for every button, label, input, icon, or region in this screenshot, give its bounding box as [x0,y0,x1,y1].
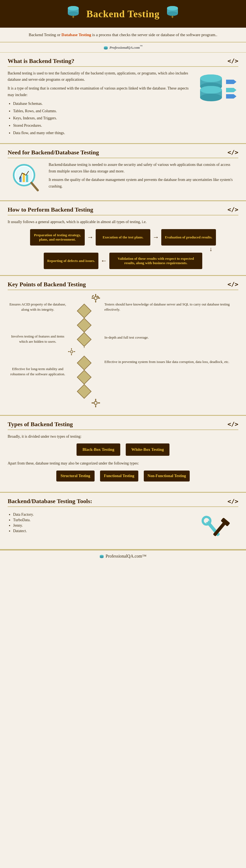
diamond-1 [77,304,92,318]
list-item: Keys, Indexes, and Triggers. [13,115,189,122]
svg-rect-49 [98,402,100,403]
section-perform-title: How to Perform Backend Testing [8,206,93,213]
code-icon-tools: </> [227,498,238,505]
svg-rect-42 [68,351,70,352]
section-what-header: What is Backend Testing? </> [8,58,238,67]
secondary-types-row: Structural Testing Functional Testing No… [8,470,238,482]
svg-marker-21 [226,80,237,84]
need-content: Backend/database testing is needed to as… [8,161,238,194]
svg-marker-23 [226,94,237,98]
key-left-2: Involves testing of features and items w… [8,334,68,344]
gear-bottom-right [91,398,101,409]
page-title: Backend Testing [86,8,160,20]
subtitle-highlight: Database Testing [62,33,91,37]
magnifier-svg [9,161,42,194]
type-black-box: Black-Box Testing [76,443,120,456]
code-icon-need: </> [227,149,238,156]
section-keypoints-title: Key Points of Backend Testing [8,281,86,288]
svg-rect-28 [26,175,28,182]
brand-name-top: ProfessionalQA.com™ [104,45,143,50]
type-white-box: White-Box Testing [126,443,170,456]
what-body1: Backend testing is used to test the func… [8,70,189,83]
key-right-2: In-depth and full test coverage. [104,335,238,340]
svg-rect-50 [205,520,220,536]
svg-marker-22 [226,88,237,92]
flow-box-4: Validation of these results with respect… [109,253,202,269]
section-what-title: What is Backend Testing? [8,58,74,65]
code-icon-types: </> [227,421,238,428]
subtitle-text-after: is a process that checks the server side… [91,33,218,37]
tool-item-3: Jenny. [13,523,189,528]
svg-point-20 [200,86,222,94]
flow-box-2: Execution of the test plans. [96,229,150,246]
list-item: Stored Procedures. [13,122,189,129]
diamond-5 [77,370,92,384]
keypoints-right: Testers should have knowledge of databas… [101,293,238,365]
tools-svg [197,510,236,543]
key-left-3: Effective for long-term stability and ro… [8,366,68,377]
type-functional: Functional Testing [100,470,138,482]
database-svg [196,73,237,108]
perform-intro: It usually follows a general approach, w… [8,219,238,225]
arrow-right-1: → [85,234,96,241]
svg-point-19 [200,94,222,101]
section-types-title: Types of Backend Testing [8,421,73,428]
svg-point-8 [167,6,178,10]
svg-point-12 [104,48,108,50]
flow-box-5: Reporting of defects and issues. [44,253,98,269]
section-need-title: Need for Backend/Database Testing [8,149,99,156]
section-perform-header: How to Perform Backend Testing </> [8,206,238,215]
list-item: Tables, Rows, and Columns. [13,108,189,115]
tools-list-container: Data Factory. TurboData. Jenny. Datatect… [8,510,189,534]
diamond-chain [68,293,101,409]
database-icon-right: + [165,5,180,23]
code-icon-what: </> [227,58,238,64]
gear-top-right [91,293,101,304]
type-structural: Structural Testing [56,470,95,482]
svg-rect-41 [71,354,72,355]
subtitle-text-before: Backend Testing or [29,33,62,37]
section-keypoints-header: Key Points of Backend Testing </> [8,281,238,290]
code-icon-perform: </> [227,206,238,213]
code-icon-keypoints: </> [227,281,238,288]
svg-rect-40 [71,348,72,350]
svg-point-45 [95,402,97,404]
diamond-2 [77,318,92,333]
types-intro: Broadly, it is divided under two types o… [8,433,238,440]
svg-rect-43 [73,351,75,352]
tool-item-2: TurboData. [13,518,189,522]
svg-rect-36 [92,295,94,297]
flow-chart: Preparation of testing strategy, plans, … [8,229,238,269]
key-left-1: Ensures ACID property of the database, a… [8,302,68,312]
gear-svg-middle [68,348,75,355]
subtitle-banner: Backend Testing or Database Testing is a… [0,28,246,42]
list-item: Database Schemas. [13,100,189,107]
gear-svg-top [91,293,101,303]
svg-rect-34 [92,298,94,299]
svg-line-29 [31,183,38,190]
gear-svg-bottom [91,398,101,408]
section-types: Types of Backend Testing </> Broadly, it… [0,416,246,493]
diamond-4 [77,355,92,370]
types-secondary-intro: Apart from these, database testing may a… [8,460,238,467]
svg-rect-35 [98,298,100,299]
svg-point-57 [100,557,104,558]
gear-middle-left [68,348,75,357]
arrow-left-1: ← [98,257,109,265]
flow-row-2: Reporting of defects and issues. ← Valid… [8,253,238,269]
keypoints-left: Ensures ACID property of the database, a… [8,293,68,377]
primary-types-row: Black-Box Testing White-Box Testing [8,443,238,456]
database-icon-left: + [66,5,81,23]
list-item: Data flow, and many other things. [13,130,189,136]
diamond-3 [77,332,92,347]
brand-bar-top: ProfessionalQA.com™ [0,42,246,53]
section-need: Need for Backend/Database Testing </> Ba… [0,144,246,201]
arrow-down-container: ↓ [8,246,238,253]
type-non-functional: Non-Functional Testing [144,470,190,482]
tools-list: Data Factory. TurboData. Jenny. Datatect… [13,513,189,533]
header: + Backend Testing + [0,0,246,28]
section-tools-header: Backend/Database Testing Tools: </> [8,498,238,507]
what-text: Backend testing is used to test the func… [8,70,189,137]
section-what: What is Backend Testing? </> Backend tes… [0,53,246,144]
need-body1: Backend/database testing is needed to as… [49,161,238,175]
